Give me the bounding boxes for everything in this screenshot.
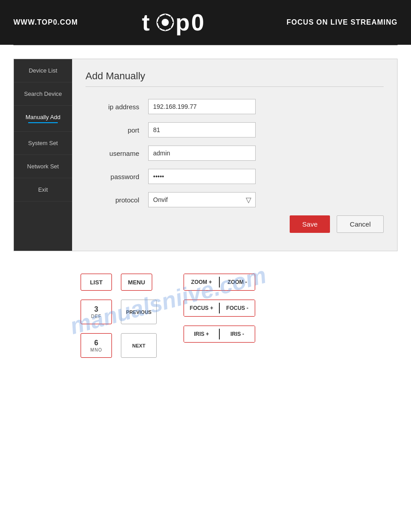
focus-plus-button[interactable]: FOCUS + <box>184 300 219 316</box>
svg-line-9 <box>168 17 171 20</box>
username-label: username <box>86 150 148 157</box>
save-button[interactable]: Save <box>290 215 330 233</box>
sidebar-item-manually-add[interactable]: Manually Add <box>14 106 72 132</box>
key3-previous-row: 3 DEF PREVIOUS <box>81 300 157 324</box>
protocol-select-wrapper: Onvif RTSP HTTP ▽ <box>148 192 256 207</box>
tagline: FOCUS ON LIVE STREAMING <box>287 18 398 26</box>
ip-address-row: ip address <box>86 99 384 114</box>
focus-minus-button[interactable]: FOCUS - <box>220 300 255 316</box>
sidebar-item-search-device[interactable]: Search Device <box>14 82 72 106</box>
controls-right: ZOOM + ZOOM - FOCUS + FOCUS - IRIS + IRI… <box>184 274 255 358</box>
iris-control: IRIS + IRIS - <box>184 326 255 343</box>
cancel-button[interactable]: Cancel <box>337 215 384 233</box>
svg-line-10 <box>159 25 163 28</box>
username-input[interactable] <box>148 146 256 161</box>
zoom-plus-button[interactable]: ZOOM + <box>184 274 219 290</box>
iris-minus-button[interactable]: IRIS - <box>220 326 255 342</box>
content-area: Add Manually ip address port username pa… <box>72 59 397 251</box>
key-3-number: 3 <box>94 305 98 313</box>
sidebar-item-system-set[interactable]: System Set <box>14 132 72 155</box>
list-menu-row: LIST MENU <box>81 274 157 291</box>
controls-section: manualsniive.com LIST MENU 3 DEF PREVIOU… <box>13 265 398 367</box>
sidebar-item-exit[interactable]: Exit <box>14 178 72 202</box>
iris-plus-button[interactable]: IRIS + <box>184 326 219 342</box>
list-button[interactable]: LIST <box>81 274 112 291</box>
header: WWW.TOP0.COM t p 0 <box>0 0 411 45</box>
focus-control: FOCUS + FOCUS - <box>184 300 255 317</box>
controls-grid: LIST MENU 3 DEF PREVIOUS 6 MNO <box>81 274 398 358</box>
username-row: username <box>86 146 384 161</box>
key-6-number: 6 <box>94 339 98 347</box>
svg-text:0: 0 <box>191 9 204 35</box>
key6-next-row: 6 MNO NEXT <box>81 333 157 358</box>
key-6-letters: MNO <box>90 348 102 352</box>
svg-line-7 <box>159 17 163 20</box>
zoom-minus-button[interactable]: ZOOM - <box>220 274 255 290</box>
ip-address-input[interactable] <box>148 99 256 114</box>
key-3[interactable]: 3 DEF <box>81 300 112 324</box>
content-title: Add Manually <box>86 70 384 87</box>
sidebar-item-network-set[interactable]: Network Set <box>14 155 72 178</box>
previous-button[interactable]: PREVIOUS <box>121 300 157 324</box>
controls-left: LIST MENU 3 DEF PREVIOUS 6 MNO <box>81 274 157 358</box>
menu-button[interactable]: MENU <box>121 274 152 291</box>
password-input[interactable] <box>148 169 256 184</box>
next-button[interactable]: NEXT <box>121 333 157 358</box>
protocol-label: protocol <box>86 196 148 204</box>
port-row: port <box>86 122 384 137</box>
logo: t p 0 <box>142 9 223 36</box>
sidebar: Device List Search Device Manually Add S… <box>14 59 72 251</box>
website-url: WWW.TOP0.COM <box>13 18 78 26</box>
port-label: port <box>86 126 148 134</box>
form-buttons: Save Cancel <box>86 215 384 233</box>
main-content: Device List Search Device Manually Add S… <box>0 45 411 376</box>
svg-line-8 <box>168 25 171 28</box>
svg-point-2 <box>162 19 169 26</box>
protocol-row: protocol Onvif RTSP HTTP ▽ <box>86 192 384 207</box>
key-6[interactable]: 6 MNO <box>81 333 112 358</box>
svg-text:t: t <box>142 9 150 35</box>
password-label: password <box>86 173 148 180</box>
logo-svg: t p 0 <box>142 9 223 36</box>
password-row: password <box>86 169 384 184</box>
ip-address-label: ip address <box>86 103 148 111</box>
svg-text:p: p <box>176 9 190 35</box>
panel: Device List Search Device Manually Add S… <box>13 59 398 251</box>
protocol-select[interactable]: Onvif RTSP HTTP <box>148 192 256 207</box>
zoom-control: ZOOM + ZOOM - <box>184 274 255 291</box>
add-manually-form: ip address port username password protoc <box>86 92 384 240</box>
key-3-letters: DEF <box>91 314 102 319</box>
sidebar-item-device-list[interactable]: Device List <box>14 59 72 82</box>
port-input[interactable] <box>148 122 256 137</box>
